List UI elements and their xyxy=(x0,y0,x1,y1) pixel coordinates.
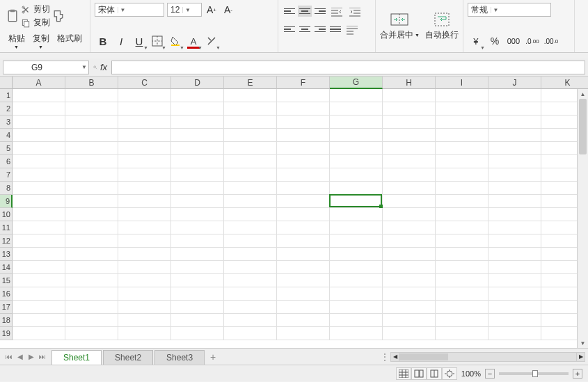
increase-decimal-button[interactable]: .0.00 xyxy=(524,33,541,49)
cell[interactable] xyxy=(383,208,436,221)
cell[interactable] xyxy=(13,248,65,261)
first-sheet-button[interactable]: ⏮ xyxy=(4,352,14,362)
cell[interactable] xyxy=(224,261,277,274)
cell[interactable] xyxy=(118,327,171,340)
cell[interactable] xyxy=(13,208,65,221)
cell[interactable] xyxy=(13,89,65,102)
scroll-right-button[interactable]: ▶ xyxy=(576,353,585,361)
cell[interactable] xyxy=(224,221,277,234)
cell[interactable] xyxy=(383,89,436,102)
align-center-button[interactable] xyxy=(298,24,312,35)
cell[interactable] xyxy=(488,314,541,327)
cell[interactable] xyxy=(330,142,383,155)
name-box[interactable]: G9 ▼ xyxy=(3,61,89,74)
percent-button[interactable]: % xyxy=(486,33,503,49)
cell[interactable] xyxy=(383,248,436,261)
cell[interactable] xyxy=(488,327,541,340)
cell[interactable] xyxy=(13,168,65,182)
cell[interactable] xyxy=(118,102,171,116)
cell[interactable] xyxy=(383,116,436,129)
cell[interactable] xyxy=(65,287,118,301)
cell[interactable] xyxy=(118,195,171,208)
cell[interactable] xyxy=(330,116,383,129)
cell[interactable] xyxy=(383,221,436,234)
cell[interactable] xyxy=(436,327,488,340)
row-header-13[interactable]: 13 xyxy=(0,248,13,261)
row-header-6[interactable]: 6 xyxy=(0,155,13,168)
cell[interactable] xyxy=(330,221,383,234)
align-bottom-button[interactable] xyxy=(313,6,327,17)
cell[interactable] xyxy=(118,182,171,195)
column-header-I[interactable]: I xyxy=(436,77,488,89)
cell[interactable] xyxy=(224,116,277,129)
cell[interactable] xyxy=(277,261,330,274)
cell[interactable] xyxy=(330,155,383,168)
cell[interactable] xyxy=(65,168,118,182)
paste-label-button[interactable]: 粘贴▼ xyxy=(8,33,25,49)
cell[interactable] xyxy=(224,287,277,301)
clear-format-button[interactable]: ▼ xyxy=(203,33,220,49)
cell[interactable] xyxy=(13,327,65,340)
cell[interactable] xyxy=(488,208,541,221)
cell[interactable] xyxy=(118,142,171,155)
chevron-down-icon[interactable]: ▼ xyxy=(118,7,127,13)
row-header-2[interactable]: 2 xyxy=(0,102,13,116)
cell[interactable] xyxy=(330,314,383,327)
cell[interactable] xyxy=(436,274,488,287)
row-header-4[interactable]: 4 xyxy=(0,129,13,142)
cell[interactable] xyxy=(171,301,224,314)
comma-button[interactable]: 000 xyxy=(505,33,522,49)
increase-indent-button[interactable] xyxy=(347,6,363,19)
cell[interactable] xyxy=(171,287,224,301)
cell[interactable] xyxy=(224,274,277,287)
format-painter-label[interactable]: 格式刷 xyxy=(57,33,82,49)
insert-function-button[interactable]: fx xyxy=(93,62,107,72)
cell[interactable] xyxy=(118,129,171,142)
prev-sheet-button[interactable]: ◀ xyxy=(15,352,25,362)
row-header-5[interactable]: 5 xyxy=(0,142,13,155)
cell[interactable] xyxy=(488,301,541,314)
cell[interactable] xyxy=(65,221,118,234)
cell[interactable] xyxy=(171,221,224,234)
cell[interactable] xyxy=(277,155,330,168)
cell[interactable] xyxy=(436,301,488,314)
cell[interactable] xyxy=(383,327,436,340)
cell[interactable] xyxy=(118,261,171,274)
cell[interactable] xyxy=(65,195,118,208)
cell[interactable] xyxy=(488,116,541,129)
align-middle-button[interactable] xyxy=(298,6,312,17)
cell[interactable] xyxy=(330,327,383,340)
cell[interactable] xyxy=(488,274,541,287)
row-header-18[interactable]: 18 xyxy=(0,314,13,327)
cell[interactable] xyxy=(488,89,541,102)
cell[interactable] xyxy=(277,116,330,129)
cell[interactable] xyxy=(118,116,171,129)
column-header-K[interactable]: K xyxy=(541,77,588,89)
cell[interactable] xyxy=(488,248,541,261)
cell[interactable] xyxy=(383,234,436,248)
chevron-down-icon[interactable]: ▼ xyxy=(182,7,192,13)
number-format-select[interactable]: 常规 ▼ xyxy=(468,3,551,17)
fill-color-button[interactable]: ▼ xyxy=(167,33,184,49)
cell[interactable] xyxy=(13,221,65,234)
horizontal-scrollbar[interactable]: ◀ ▶ xyxy=(390,352,585,362)
scroll-thumb[interactable] xyxy=(579,99,587,154)
cell[interactable] xyxy=(171,182,224,195)
cell[interactable] xyxy=(330,248,383,261)
cell[interactable] xyxy=(383,142,436,155)
cell[interactable] xyxy=(171,314,224,327)
sheet-tab-sheet3[interactable]: Sheet3 xyxy=(154,350,205,365)
row-header-14[interactable]: 14 xyxy=(0,261,13,274)
cell[interactable] xyxy=(436,142,488,155)
reading-view-button[interactable] xyxy=(442,367,457,380)
cell[interactable] xyxy=(277,208,330,221)
copy-label-button[interactable]: 复制▼ xyxy=(33,33,49,49)
cell[interactable] xyxy=(65,248,118,261)
column-header-J[interactable]: J xyxy=(488,77,541,89)
cell[interactable] xyxy=(171,129,224,142)
row-header-10[interactable]: 10 xyxy=(0,208,13,221)
cell[interactable] xyxy=(224,155,277,168)
cell[interactable] xyxy=(330,89,383,102)
cell[interactable] xyxy=(277,234,330,248)
font-color-button[interactable]: A▼ xyxy=(185,33,202,49)
